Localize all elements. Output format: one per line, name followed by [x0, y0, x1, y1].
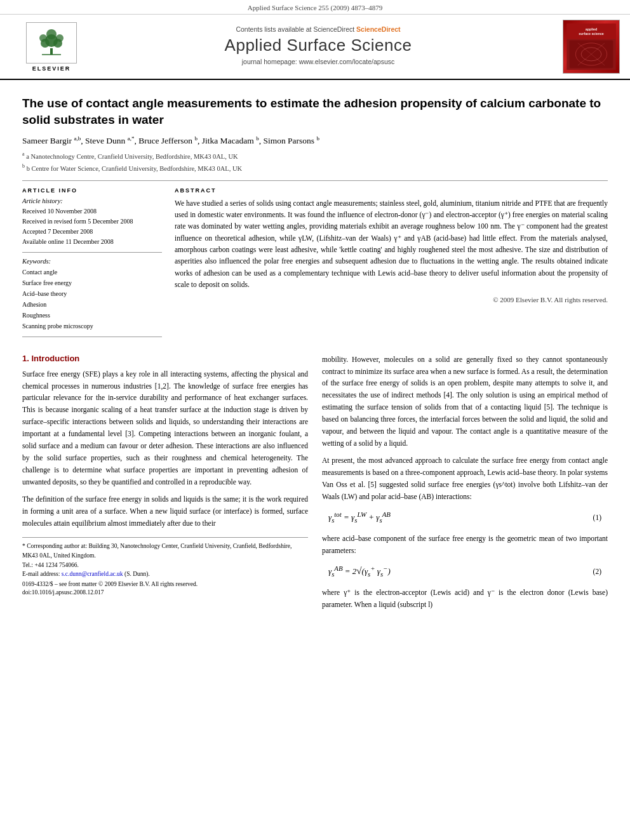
sciencedirect-line: Contents lists available at ScienceDirec… — [93, 25, 544, 33]
keyword-1: Contact angle — [22, 267, 162, 277]
formula-2: γsAB = 2√(γs+ γs−) — [328, 563, 391, 580]
keywords-header: Keywords: — [22, 258, 162, 265]
issn-line: 0169-4332/$ – see front matter © 2009 El… — [22, 581, 308, 587]
affiliation-a: a a Nanotechnology Centre, Cranfield Uni… — [22, 150, 608, 161]
formula-2-number: (2) — [593, 566, 601, 578]
body-section: 1. Introduction Surface free energy (SFE… — [22, 354, 608, 616]
keywords-bottom-divider — [22, 337, 162, 337]
svg-text:applied: applied — [586, 27, 597, 31]
svg-text:surface science: surface science — [579, 32, 604, 36]
revised-date: Received in revised form 5 December 2008 — [22, 217, 162, 227]
journal-reference-bar: Applied Surface Science 255 (2009) 4873–… — [0, 0, 630, 15]
elsevier-logo: ELSEVIER — [10, 22, 93, 72]
formula-1: γstot = γsLW + γsAB — [328, 509, 391, 526]
intro-para-1: Surface free energy (SFE) plays a key ro… — [22, 368, 308, 489]
sciencedirect-link[interactable]: ScienceDirect — [356, 25, 400, 33]
formula-1-number: (1) — [593, 512, 601, 524]
intro-para-2: The definition of the surface free energ… — [22, 493, 308, 530]
received-date: Received 10 November 2008 — [22, 206, 162, 217]
right-para-2: At present, the most advanced approach t… — [322, 455, 608, 503]
abstract-header: ABSTRACT — [175, 187, 608, 194]
journal-homepage: journal homepage: www.elsevier.com/locat… — [93, 58, 544, 65]
footnote-area: * Corresponding author at: Building 30, … — [22, 537, 308, 596]
keyword-6: Scanning probe microscopy — [22, 321, 162, 331]
main-divider — [22, 180, 608, 181]
doi-line: doi:10.1016/j.apsusc.2008.12.017 — [22, 589, 308, 596]
paper-title: The use of contact angle measurements to… — [22, 95, 608, 128]
article-history-header: Article history: — [22, 197, 162, 204]
main-content: The use of contact angle measurements to… — [0, 80, 630, 629]
email-note: E-mail address: s.c.dunn@cranfield.ac.uk… — [22, 570, 308, 579]
available-date: Available online 11 December 2008 — [22, 237, 162, 247]
keyword-5: Roughness — [22, 310, 162, 321]
authors-text: Sameer Bargir a,b, Steve Dunn a,*, Bruce… — [22, 136, 319, 145]
svg-point-7 — [56, 34, 64, 42]
keyword-4: Adhesion — [22, 299, 162, 310]
email-link[interactable]: s.c.dunn@cranfield.ac.uk — [62, 571, 123, 577]
intro-body-text: Surface free energy (SFE) plays a key ro… — [22, 368, 308, 530]
abstract-text: We have studied a series of solids using… — [175, 197, 608, 291]
article-info-abstract-section: ARTICLE INFO Article history: Received 1… — [22, 187, 608, 342]
abstract-column: ABSTRACT We have studied a series of sol… — [175, 187, 608, 342]
body-two-col: 1. Introduction Surface free energy (SFE… — [22, 354, 608, 616]
keywords-divider — [22, 252, 162, 253]
authors-line: Sameer Bargir a,b, Steve Dunn a,*, Bruce… — [22, 134, 608, 147]
body-left-col: 1. Introduction Surface free energy (SFE… — [22, 354, 308, 616]
elsevier-tree-icon — [36, 29, 67, 56]
formula-2-container: γsAB = 2√(γs+ γs−) (2) — [322, 563, 608, 580]
corresponding-author-note: * Corresponding author at: Building 30, … — [22, 542, 308, 560]
accepted-date: Accepted 7 December 2008 — [22, 227, 162, 237]
article-info-header: ARTICLE INFO — [22, 187, 162, 194]
journal-cover-image: applied surface science — [563, 20, 620, 74]
right-para-3: where acid–base component of the surface… — [322, 533, 608, 557]
right-para-1: mobility. However, molecules on a solid … — [322, 354, 608, 450]
svg-rect-0 — [50, 48, 53, 55]
cover-svg: applied surface science — [563, 23, 619, 70]
journal-title: Applied Surface Science — [93, 36, 544, 55]
journal-header: ELSEVIER Contents lists available at Sci… — [0, 15, 630, 80]
right-para-4: where γ⁺ is the electron-acceptor (Lewis… — [322, 587, 608, 611]
elsevier-brand-text: ELSEVIER — [32, 65, 71, 72]
journal-cover-area: applied surface science — [544, 20, 620, 74]
tel-note: Tel.: +44 1234 754066. — [22, 561, 308, 570]
svg-point-5 — [46, 29, 57, 39]
article-info-column: ARTICLE INFO Article history: Received 1… — [22, 187, 162, 342]
elsevier-logo-box — [26, 22, 77, 63]
right-col-text: mobility. However, molecules on a solid … — [322, 354, 608, 611]
journal-title-area: Contents lists available at ScienceDirec… — [93, 25, 544, 68]
copyright-line: © 2009 Elsevier B.V. All rights reserved… — [175, 296, 608, 303]
keyword-3: Acid–base theory — [22, 288, 162, 299]
body-right-col: mobility. However, molecules on a solid … — [322, 354, 608, 616]
journal-reference-text: Applied Surface Science 255 (2009) 4873–… — [248, 4, 382, 11]
elsevier-logo-area: ELSEVIER — [10, 22, 93, 72]
keyword-2: Surface free energy — [22, 277, 162, 288]
svg-point-6 — [39, 34, 47, 42]
affiliation-b: b b Centre for Water Science, Cranfield … — [22, 163, 608, 173]
formula-1-container: γstot = γsLW + γsAB (1) — [322, 509, 608, 526]
svg-rect-9 — [566, 23, 615, 39]
intro-heading: 1. Introduction — [22, 354, 308, 363]
